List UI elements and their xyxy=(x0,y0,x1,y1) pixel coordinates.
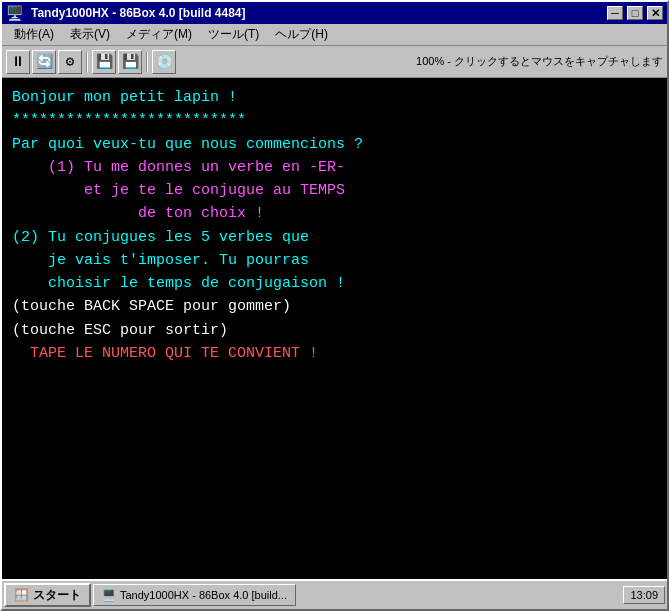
taskbar-app-label: Tandy1000HX - 86Box 4.0 [build... xyxy=(120,589,287,601)
dos-line-16: TAPE LE NUMERO QUI TE CONVIENT ! xyxy=(12,342,657,365)
taskbar-app-icon: 🖥️ xyxy=(102,589,116,602)
toolbar-btn-reset[interactable]: 🔄 xyxy=(32,50,56,74)
toolbar-btn-cdrom[interactable]: 💿 xyxy=(152,50,176,74)
taskbar-right: 13:09 xyxy=(623,586,665,604)
dos-screen: Bonjour mon petit lapin !***************… xyxy=(2,78,667,579)
dos-line-5: (1) Tu me donnes un verbe en -ER- xyxy=(12,156,657,179)
menu-bar: 動作(A) 表示(V) メディア(M) ツール(T) ヘルプ(H) xyxy=(2,24,667,46)
dos-line-10: je vais t'imposer. Tu pourras xyxy=(12,249,657,272)
start-label: スタート xyxy=(33,587,81,604)
toolbar-btn-floppy-b[interactable]: 💾 xyxy=(118,50,142,74)
dos-line-13: (touche BACK SPACE pour gommer) xyxy=(12,295,657,318)
taskbar-app-86box[interactable]: 🖥️ Tandy1000HX - 86Box 4.0 [build... xyxy=(93,584,296,606)
start-button[interactable]: 🪟 スタート xyxy=(4,583,91,607)
minimize-button[interactable]: ─ xyxy=(607,6,623,20)
menu-action[interactable]: 動作(A) xyxy=(6,24,62,45)
dos-line-0: Bonjour mon petit lapin ! xyxy=(12,86,657,109)
toolbar-btn-settings[interactable]: ⚙ xyxy=(58,50,82,74)
toolbar-btn-floppy-a[interactable]: 💾 xyxy=(92,50,116,74)
dos-line-11: choisir le temps de conjugaison ! xyxy=(12,272,657,295)
menu-media[interactable]: メディア(M) xyxy=(118,24,200,45)
dos-line-14: (touche ESC pour sortir) xyxy=(12,319,657,342)
dos-line-6: et je te le conjugue au TEMPS xyxy=(12,179,657,202)
menu-help[interactable]: ヘルプ(H) xyxy=(267,24,336,45)
menu-view[interactable]: 表示(V) xyxy=(62,24,118,45)
system-clock: 13:09 xyxy=(623,586,665,604)
toolbar-btn-pause[interactable]: ⏸ xyxy=(6,50,30,74)
menu-tools[interactable]: ツール(T) xyxy=(200,24,267,45)
main-window: 🖥️ Tandy1000HX - 86Box 4.0 [build 4484] … xyxy=(0,0,669,611)
toolbar-status-text: 100% - クリックするとマウスをキャプチャします xyxy=(416,54,663,69)
dos-line-3: Par quoi veux-tu que nous commencions ? xyxy=(12,133,657,156)
dos-line-9: (2) Tu conjugues les 5 verbes que xyxy=(12,226,657,249)
maximize-button[interactable]: □ xyxy=(627,6,643,20)
close-button[interactable]: ✕ xyxy=(647,6,663,20)
title-bar: 🖥️ Tandy1000HX - 86Box 4.0 [build 4484] … xyxy=(2,2,667,24)
title-bar-text: Tandy1000HX - 86Box 4.0 [build 4484] xyxy=(31,6,603,20)
taskbar: 🪟 スタート 🖥️ Tandy1000HX - 86Box 4.0 [build… xyxy=(2,579,667,609)
dos-line-1: ************************** xyxy=(12,109,657,132)
toolbar-separator-1 xyxy=(86,52,88,72)
toolbar-separator-2 xyxy=(146,52,148,72)
start-icon: 🪟 xyxy=(14,588,29,602)
toolbar: ⏸ 🔄 ⚙ 💾 💾 💿 100% - クリックするとマウスをキャプチャします xyxy=(2,46,667,78)
dos-line-7: de ton choix ! xyxy=(12,202,657,225)
